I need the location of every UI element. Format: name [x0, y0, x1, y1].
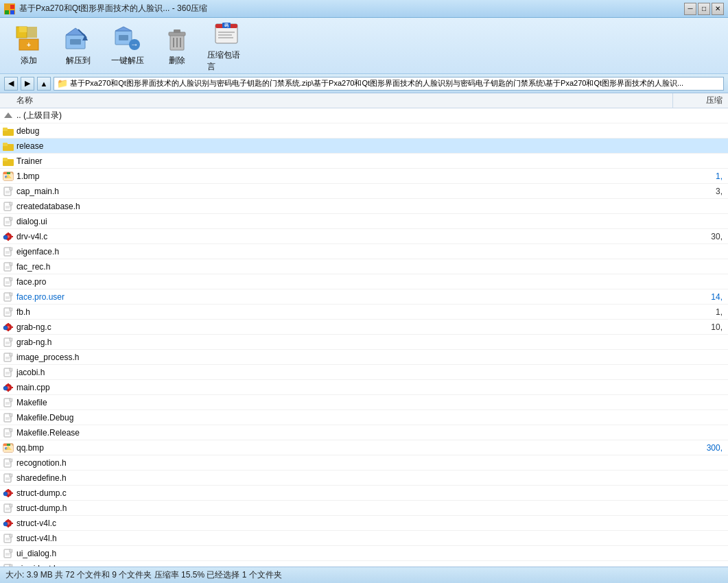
file-icon	[0, 156, 16, 166]
file-row[interactable]: drv-v4l.c30,	[0, 229, 728, 244]
file-name: createdatabase.h	[16, 202, 673, 211]
minimize-button[interactable]: ─	[684, 3, 696, 15]
status-bar: 大小: 3.9 MB 共 72 个文件和 9 个文件夹 压缩率 15.5% 已经…	[0, 567, 728, 583]
file-row[interactable]: struct-dump.h	[0, 501, 728, 516]
file-icon	[0, 277, 16, 287]
file-row[interactable]: struct-v4l.h	[0, 531, 728, 546]
extract-label: 解压到	[66, 55, 91, 67]
oneclick-icon: →	[114, 25, 141, 53]
file-row[interactable]: recognotion.h	[0, 455, 728, 471]
toolbar: + 添加 解压到 → 一键解压 删除 码	[0, 18, 728, 74]
file-row[interactable]: face.pro	[0, 274, 728, 289]
file-icon	[0, 292, 16, 302]
file-name: face.pro.user	[16, 292, 673, 302]
file-row[interactable]: Makefile	[0, 395, 728, 410]
file-icon	[0, 503, 16, 513]
file-row[interactable]: createdatabase.h	[0, 199, 728, 214]
close-button[interactable]: ✕	[712, 3, 724, 15]
file-icon	[0, 187, 16, 196]
toolbar-language-button[interactable]: 码 压缩包语言	[204, 16, 248, 75]
file-row[interactable]: image_process.h	[0, 350, 728, 365]
file-row[interactable]: release	[0, 139, 728, 154]
svg-rect-126	[10, 398, 12, 401]
toolbar-delete-button[interactable]: 删除	[155, 22, 199, 69]
file-icon	[0, 519, 16, 528]
file-row[interactable]: fb.h1,	[0, 305, 728, 320]
file-row[interactable]: face.pro.user14,	[0, 289, 728, 305]
toolbar-oneclick-button[interactable]: → 一键解压	[106, 22, 150, 69]
status-text: 大小: 3.9 MB 共 72 个文件和 9 个文件夹 压缩率 15.5% 已经…	[5, 569, 282, 581]
svg-rect-98	[8, 330, 9, 331]
up-button[interactable]: ▲	[37, 77, 51, 91]
svg-rect-186	[10, 564, 12, 567]
file-icon	[0, 262, 16, 272]
file-name: 1.bmp	[16, 171, 673, 181]
file-icon	[0, 458, 16, 468]
file-row[interactable]: cap_main.h3,	[0, 184, 728, 199]
svg-rect-157	[8, 489, 9, 490]
svg-rect-1	[10, 5, 14, 9]
maximize-button[interactable]: □	[698, 3, 710, 15]
file-row[interactable]: Trainer	[0, 154, 728, 169]
file-row[interactable]: debug	[0, 123, 728, 139]
back-button[interactable]: ◀	[4, 77, 18, 91]
svg-rect-68	[12, 236, 13, 237]
file-row[interactable]: qq.bmp300,	[0, 440, 728, 455]
svg-text:码: 码	[224, 23, 228, 27]
svg-point-123	[3, 386, 8, 390]
svg-text:+: +	[27, 41, 31, 49]
svg-rect-87	[10, 293, 12, 296]
file-row[interactable]: dialog.ui	[0, 214, 728, 229]
svg-point-69	[3, 235, 8, 239]
svg-rect-50	[10, 187, 12, 190]
toolbar-add-button[interactable]: + 添加	[7, 22, 51, 69]
title-bar: 基于Pxa270和Qt图形界面技术的人脸识... - 360压缩 ─ □ ✕	[0, 0, 728, 18]
file-name: release	[16, 141, 673, 151]
file-name: struct-v4l.h	[16, 534, 673, 543]
file-row[interactable]: eigenface.h	[0, 244, 728, 259]
file-name: grab-ng.h	[16, 337, 673, 347]
file-row[interactable]: ui_widget.h	[0, 561, 728, 567]
toolbar-extract-button[interactable]: 解压到	[56, 22, 100, 69]
svg-rect-77	[10, 263, 12, 265]
file-row[interactable]: Makefile.Debug	[0, 410, 728, 425]
file-row[interactable]: grab-ng.h	[0, 335, 728, 350]
file-icon	[0, 428, 16, 438]
file-row[interactable]: fac_rec.h	[0, 259, 728, 274]
file-icon	[0, 141, 16, 151]
file-name: dialog.ui	[16, 217, 673, 226]
file-row[interactable]: jacobi.h	[0, 365, 728, 380]
file-row[interactable]: sharedefine.h	[0, 471, 728, 486]
file-row[interactable]: ui_dialog.h	[0, 546, 728, 561]
svg-rect-131	[10, 414, 12, 416]
file-row[interactable]: 1.bmp1,	[0, 169, 728, 184]
file-name: fac_rec.h	[16, 262, 673, 272]
file-name: drv-v4l.c	[16, 232, 673, 241]
file-name: image_process.h	[16, 353, 673, 362]
file-row[interactable]: struct-v4l.c	[0, 516, 728, 531]
svg-rect-181	[10, 549, 12, 552]
svg-rect-114	[10, 368, 12, 371]
file-row[interactable]: struct-dump.c	[0, 486, 728, 501]
svg-rect-16	[119, 35, 128, 40]
file-name: sharedefine.h	[16, 473, 673, 483]
file-row[interactable]: Makefile.Release	[0, 425, 728, 440]
file-icon	[0, 564, 16, 567]
file-icon	[0, 534, 16, 543]
file-row[interactable]: .. (上级目录)	[0, 108, 728, 123]
svg-rect-100	[12, 326, 13, 328]
address-path[interactable]: 📁 基于Pxa270和Qt图形界面技术的人脸识别与密码电子钥匙的门禁系统.zip…	[54, 77, 724, 91]
svg-rect-82	[10, 278, 12, 281]
svg-rect-152	[10, 474, 12, 477]
file-row[interactable]: grab-ng.c10,	[0, 320, 728, 335]
file-list-area: 名称 压缩 .. (上级目录)debugreleaseTrainer 1.bmp…	[0, 93, 728, 567]
svg-rect-122	[12, 387, 13, 388]
svg-marker-32	[4, 112, 12, 118]
file-size: 3,	[673, 187, 728, 196]
add-icon: +	[15, 25, 43, 53]
svg-rect-176	[10, 534, 12, 537]
forward-button[interactable]: ▶	[21, 77, 34, 91]
file-row[interactable]: main.cpp	[0, 380, 728, 395]
svg-text:→: →	[130, 40, 139, 49]
file-icon	[0, 383, 16, 392]
